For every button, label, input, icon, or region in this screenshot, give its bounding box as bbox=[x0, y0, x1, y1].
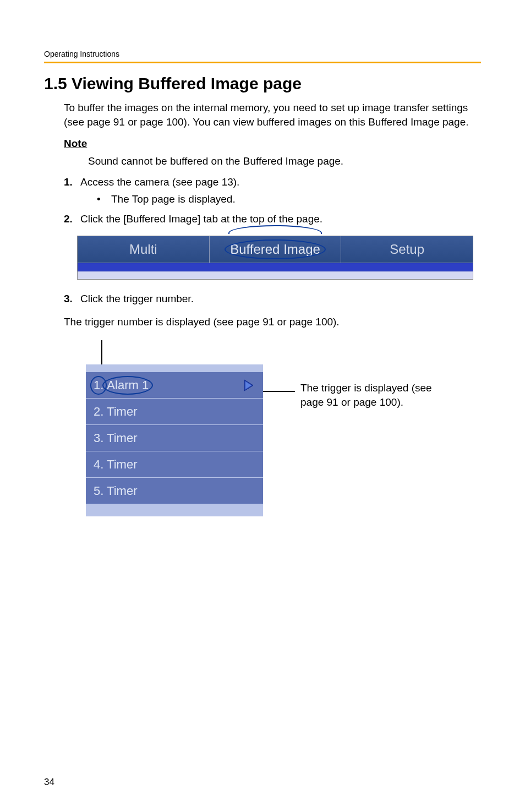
intro-paragraph: To buffer the images on the internal mem… bbox=[64, 101, 481, 129]
tab-setup[interactable]: Setup bbox=[341, 236, 473, 263]
trigger-row-2[interactable]: 2. Timer bbox=[86, 399, 263, 425]
tab-buffered-image[interactable]: Buffered Image bbox=[210, 236, 342, 263]
trigger-row-5[interactable]: 5. Timer bbox=[86, 478, 263, 504]
trigger-figure: 1. Alarm 1 2. Timer 3. Timer bbox=[86, 364, 481, 516]
tabbar-figure: Multi Buffered Image Setup bbox=[77, 236, 481, 280]
step-number: 2. bbox=[64, 212, 80, 226]
note-text: Sound cannot be buffered on the Buffered… bbox=[88, 154, 481, 168]
trigger-number: 1. bbox=[94, 378, 103, 393]
trigger-label: 2. Timer bbox=[94, 405, 137, 419]
tabbar-base bbox=[78, 271, 473, 279]
trigger-label: 5. Timer bbox=[94, 484, 137, 498]
page-number: 34 bbox=[44, 777, 54, 788]
trigger-label: 3. Timer bbox=[94, 431, 137, 445]
running-header: Operating Instructions bbox=[44, 50, 481, 58]
pointer-line bbox=[101, 340, 102, 364]
callout-text: The trigger is displayed (see page 91 or… bbox=[300, 364, 444, 409]
play-icon[interactable] bbox=[243, 379, 254, 392]
callout-swoop bbox=[228, 225, 322, 234]
step-text: Access the camera (see page 13). bbox=[80, 176, 239, 188]
bullet-icon bbox=[97, 192, 111, 206]
tab-label: Multi bbox=[129, 242, 157, 257]
header-rule bbox=[44, 62, 481, 63]
trigger-row-4[interactable]: 4. Timer bbox=[86, 451, 263, 478]
trigger-label: 4. Timer bbox=[94, 457, 137, 472]
tabbar-stripe bbox=[78, 263, 473, 271]
step-number: 3. bbox=[64, 292, 80, 306]
section-title: 1.5 Viewing Buffered Image page bbox=[44, 74, 481, 93]
trigger-label: Alarm 1 bbox=[107, 378, 149, 392]
tab-label: Buffered Image bbox=[230, 242, 320, 257]
trigger-row-3[interactable]: 3. Timer bbox=[86, 425, 263, 451]
step3-description: The trigger number is displayed (see pag… bbox=[64, 316, 481, 328]
tabbar: Multi Buffered Image Setup bbox=[77, 236, 473, 280]
tab-label: Setup bbox=[390, 242, 424, 257]
step-text: Click the trigger number. bbox=[80, 292, 481, 306]
steps-list-continued: 3. Click the trigger number. bbox=[64, 292, 481, 306]
steps-list: 1. Access the camera (see page 13). The … bbox=[64, 175, 481, 226]
callout-leader-line bbox=[263, 391, 295, 392]
note-heading: Note bbox=[64, 137, 481, 151]
tab-multi[interactable]: Multi bbox=[78, 236, 210, 263]
step-subtext: The Top page is displayed. bbox=[111, 192, 236, 206]
step-number: 1. bbox=[64, 175, 80, 206]
trigger-panel: 1. Alarm 1 2. Timer 3. Timer bbox=[86, 364, 263, 516]
step-text: Click the [Buffered Image] tab at the to… bbox=[80, 212, 481, 226]
trigger-row-1[interactable]: 1. Alarm 1 bbox=[86, 372, 263, 399]
